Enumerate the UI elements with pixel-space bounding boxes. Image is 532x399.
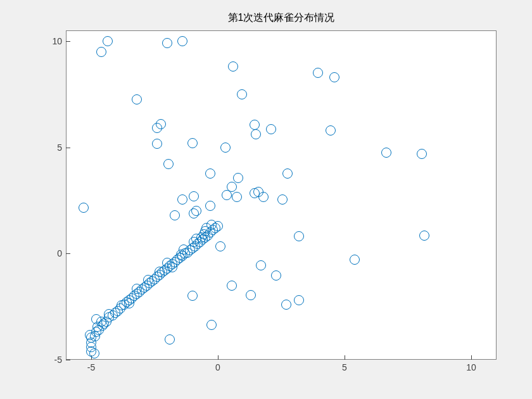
scatter-point [251, 129, 261, 139]
scatter-point [282, 168, 293, 179]
scatter-point [313, 68, 323, 78]
x-tick-label: 10 [466, 362, 476, 372]
y-tick-label: 10 [52, 36, 62, 46]
x-tick-mark [218, 355, 218, 360]
scatter-point [250, 120, 260, 130]
scatter-point [232, 192, 242, 202]
scatter-point [294, 231, 304, 241]
scatter-point [281, 300, 291, 310]
x-tick-label: -5 [87, 362, 95, 372]
scatter-point [89, 348, 99, 358]
scatter-point [213, 221, 223, 231]
scatter-point [156, 119, 166, 129]
scatter-point [227, 182, 237, 192]
scatter-point [215, 241, 225, 251]
scatter-point [227, 281, 237, 291]
scatter-point [258, 192, 269, 202]
chart-title: 第1次迭代麻雀分布情况 [228, 11, 335, 25]
scatter-point [205, 168, 215, 179]
scatter-point [96, 47, 106, 57]
scatter-point [233, 173, 243, 183]
scatter-point [220, 142, 231, 153]
scatter-point [246, 290, 256, 300]
x-tick-label: 5 [342, 362, 347, 372]
y-tick-label: 5 [57, 142, 62, 153]
scatter-point [170, 210, 180, 220]
scatter-point [191, 206, 201, 216]
scatter-point [152, 139, 162, 149]
y-tick-mark [66, 360, 70, 360]
scatter-point [132, 94, 142, 104]
x-tick-mark [345, 355, 345, 360]
scatter-point [187, 138, 198, 148]
scatter-point [162, 38, 172, 48]
y-tick-label: -5 [54, 355, 62, 365]
scatter-point [228, 61, 238, 72]
scatter-point [79, 203, 89, 213]
x-tick-mark [471, 355, 472, 360]
y-tick-mark [66, 41, 70, 42]
scatter-point [266, 124, 276, 134]
scatter-point [177, 36, 187, 46]
y-tick-mark [66, 253, 70, 254]
scatter-point [271, 270, 281, 281]
scatter-point [326, 125, 336, 136]
scatter-point [103, 36, 113, 46]
scatter-point [205, 201, 215, 211]
scatter-point [417, 149, 427, 159]
scatter-point [179, 244, 189, 255]
scatter-point [350, 255, 360, 265]
scatter-point [256, 260, 266, 270]
scatter-point [187, 291, 198, 301]
scatter-point [237, 89, 247, 99]
scatter-point [163, 159, 174, 169]
scatter-point [189, 191, 199, 201]
scatter-point [419, 231, 429, 241]
scatter-point [329, 72, 339, 82]
figure: 第1次迭代麻雀分布情况 -50510-50510 [0, 0, 532, 399]
scatter-point [165, 334, 175, 345]
y-tick-mark [66, 148, 70, 148]
scatter-point [206, 320, 217, 330]
scatter-point [381, 148, 391, 158]
scatter-point [294, 295, 304, 305]
scatter-point [177, 194, 187, 205]
y-tick-label: 0 [57, 248, 62, 258]
scatter-point [277, 194, 288, 205]
x-tick-label: 0 [215, 362, 220, 372]
